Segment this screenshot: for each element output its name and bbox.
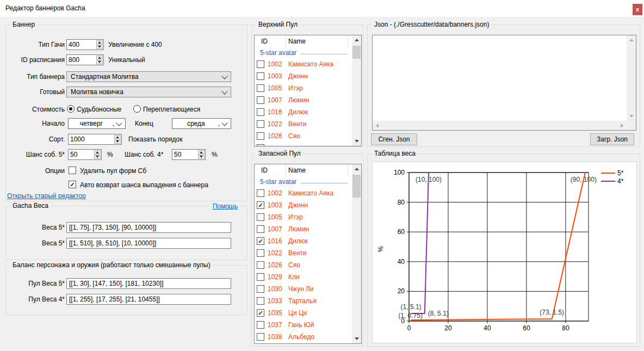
pool-item-1005[interactable]: 1005Итэр — [255, 211, 361, 223]
pool-item-1026[interactable]: 1026Сяо — [255, 259, 361, 271]
start-dropdown[interactable]: четверг , — [68, 118, 126, 129]
checkbox-unchecked-icon[interactable] — [257, 120, 264, 128]
spin-down-icon[interactable] — [198, 155, 205, 159]
json-horizontal-scrollbar[interactable] — [373, 121, 627, 130]
radio-fate-selected[interactable] — [67, 105, 75, 113]
checkbox-unchecked-icon[interactable] — [257, 144, 264, 146]
weights5-1-input[interactable] — [66, 222, 231, 233]
checkbox-unchecked-icon[interactable] — [257, 333, 264, 341]
chance5-input[interactable] — [68, 149, 102, 160]
upper-pool-list[interactable]: ID Name 5-star avatar 1002Камисато Аяка1… — [254, 35, 362, 146]
scroll-left-icon[interactable] — [373, 121, 382, 130]
column-header-id[interactable]: ID — [261, 167, 268, 174]
json-vertical-scrollbar[interactable] — [627, 35, 636, 121]
checkbox-unchecked-icon[interactable] — [257, 189, 264, 197]
pool-item-1003[interactable]: 1003Джинн — [255, 199, 361, 211]
checkbox-unchecked-icon[interactable] — [257, 261, 264, 269]
checkbox-checked-icon[interactable] — [257, 309, 264, 317]
preset-dropdown[interactable]: Молитва новичка — [66, 87, 231, 97]
checkbox-checked-icon[interactable] — [257, 201, 264, 209]
pool-item-1007[interactable]: 1007Люмин — [255, 94, 361, 106]
scroll-up-icon[interactable] — [352, 35, 361, 45]
pool-item-1038[interactable]: 1038Альбедо — [255, 331, 361, 343]
banner-type-dropdown[interactable]: Стандартная Молитва — [66, 71, 231, 82]
spin-up-icon[interactable] — [114, 135, 121, 139]
scroll-right-icon[interactable] — [617, 121, 627, 130]
sort-input[interactable] — [68, 134, 122, 145]
pool-item-1022[interactable]: 1022Венти — [255, 247, 361, 259]
scroll-down-icon[interactable] — [352, 137, 361, 146]
pool-item-1037[interactable]: 1037Гань Юй — [255, 319, 361, 331]
pool-item-1002[interactable]: 1002Камисато Аяка — [255, 187, 361, 199]
chance5-spinner[interactable] — [94, 150, 101, 159]
pool-item-1016[interactable]: 1016Дилюк — [255, 106, 361, 118]
scroll-thumb[interactable] — [352, 46, 361, 59]
checkbox-unchecked-icon[interactable] — [257, 60, 264, 68]
gacha-type-input[interactable] — [66, 39, 104, 50]
pool-item-1030[interactable]: 1030Чжун Ли — [255, 283, 361, 295]
pool-item-1016[interactable]: 1016Дилюк — [255, 235, 361, 247]
chance4-spinner[interactable] — [198, 150, 205, 159]
pool-item-1003[interactable]: 1003Джинн — [255, 70, 361, 82]
upper-pool-scrollbar[interactable] — [352, 35, 361, 146]
pool-item-1035[interactable]: 1035Ци Ци — [255, 307, 361, 319]
pool-item-1029[interactable]: 1029Кли — [255, 271, 361, 283]
pool-item-1002[interactable]: 1002Камисато Аяка — [255, 58, 361, 70]
checkbox-unchecked-icon[interactable] — [257, 72, 264, 80]
scroll-down-icon[interactable] — [627, 112, 636, 121]
pool-item-1007[interactable]: 1007Люмин — [255, 223, 361, 235]
spin-down-icon[interactable] — [96, 45, 103, 50]
checkbox-unchecked-icon[interactable] — [257, 273, 264, 281]
column-header-name[interactable]: Name — [288, 167, 306, 174]
end-dropdown[interactable]: среда , — [172, 118, 231, 129]
spin-up-icon[interactable] — [96, 40, 103, 45]
schedule-id-spinner[interactable] — [96, 55, 103, 65]
checkbox-unchecked-icon[interactable] — [257, 249, 264, 257]
pool-item-1026[interactable]: 1026Сяо — [255, 130, 361, 142]
list-header[interactable]: ID Name — [255, 164, 361, 176]
checkbox-unchecked-icon[interactable] — [257, 96, 264, 104]
gacha-type-spinner[interactable] — [96, 40, 103, 50]
sort-spinner[interactable] — [114, 134, 121, 144]
spin-up-icon[interactable] — [198, 150, 205, 155]
spin-down-icon[interactable] — [96, 60, 103, 65]
json-textbox[interactable] — [372, 35, 636, 131]
gacha-type-field[interactable] — [67, 40, 96, 50]
help-link[interactable]: Помощь — [211, 202, 239, 210]
column-header-name[interactable]: Name — [288, 38, 306, 45]
chance4-field[interactable] — [172, 150, 198, 159]
pool-item-1033[interactable]: 1033Тарталья — [255, 295, 361, 307]
pool-item-1022[interactable]: 1022Венти — [255, 118, 361, 130]
spin-down-icon[interactable] — [94, 155, 101, 159]
schedule-id-input[interactable] — [66, 54, 104, 65]
generate-json-button[interactable]: Сген. Json — [371, 133, 417, 145]
radio-intertwined[interactable] — [133, 105, 141, 113]
close-button[interactable]: x — [633, 4, 642, 15]
checkbox-unchecked-icon[interactable] — [257, 84, 264, 92]
json-content[interactable] — [373, 35, 627, 121]
pool-item-partial[interactable] — [255, 142, 361, 146]
spin-down-icon[interactable] — [114, 140, 121, 144]
checkbox-unchecked-icon[interactable] — [257, 297, 264, 305]
pool4-input[interactable] — [66, 294, 231, 305]
reserve-pool-scrollbar[interactable] — [352, 164, 361, 343]
checkbox-unchecked-icon[interactable] — [257, 225, 264, 233]
weights5-2-input[interactable] — [66, 238, 231, 249]
load-json-button[interactable]: Загр. Json — [590, 133, 634, 145]
list-header[interactable]: ID Name — [255, 35, 361, 47]
chance4-input[interactable] — [172, 149, 206, 160]
checkbox-unchecked-icon[interactable] — [257, 285, 264, 293]
checkbox-remove-pool-unchecked[interactable] — [69, 167, 76, 174]
schedule-id-field[interactable] — [67, 55, 96, 65]
spin-up-icon[interactable] — [94, 150, 101, 155]
checkbox-checked-icon[interactable] — [257, 237, 264, 245]
checkbox-auto-return-checked[interactable] — [69, 181, 76, 188]
scroll-down-icon[interactable] — [352, 334, 361, 343]
pool5-input[interactable] — [66, 278, 231, 289]
chance5-field[interactable] — [69, 150, 94, 159]
scroll-thumb[interactable] — [352, 175, 361, 198]
column-header-id[interactable]: ID — [261, 38, 268, 45]
checkbox-unchecked-icon[interactable] — [257, 108, 264, 116]
checkbox-unchecked-icon[interactable] — [257, 321, 264, 329]
spin-up-icon[interactable] — [96, 56, 103, 60]
